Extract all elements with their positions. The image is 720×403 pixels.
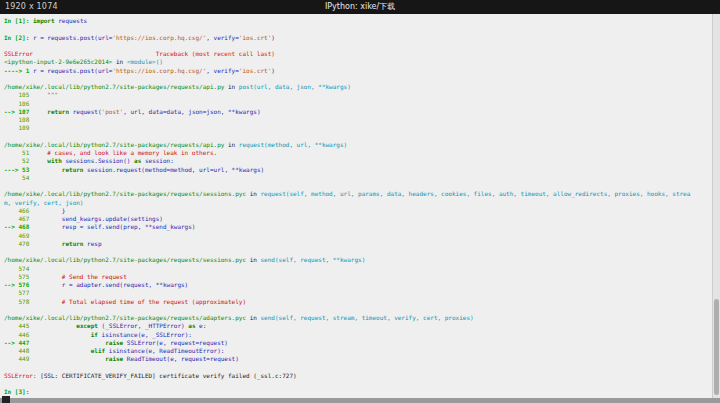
terminal-line xyxy=(4,133,720,141)
terminal-text-segment: 108 xyxy=(4,116,33,123)
terminal-line: ---> 53 return session.request(method=me… xyxy=(4,166,720,174)
scrollbar[interactable] xyxy=(712,14,720,403)
ipython-terminal[interactable]: In [1]: import requestsIn [2]: r = reque… xyxy=(0,14,720,403)
terminal-line: --> 576 r = adapter.send(request, **kwar… xyxy=(4,281,720,289)
terminal-text-segment: 54 xyxy=(4,174,33,181)
terminal-text-segment: send_kwargs.update(settings) xyxy=(33,215,163,222)
terminal-text-segment: 448 xyxy=(4,347,33,354)
terminal-text-segment: 445 xyxy=(4,322,33,329)
terminal-text-segment: /home/xike/.local/lib/python2.7/site-pac… xyxy=(4,83,224,90)
terminal-line: 470 return resp xyxy=(4,240,720,248)
terminal-text-segment: requests xyxy=(55,17,88,24)
terminal-line: --> 107 return request('post', url, data… xyxy=(4,108,720,116)
terminal-text-segment: --> 576 xyxy=(4,281,33,288)
terminal-text-segment: In [1]: xyxy=(4,17,33,24)
terminal-line: 52 with sessions.Session() as session: xyxy=(4,157,720,165)
terminal-text-segment: return xyxy=(62,240,84,247)
terminal-text-segment: request(self, method, url, params, data,… xyxy=(260,190,690,197)
terminal-text-segment xyxy=(33,347,91,354)
terminal-text-segment: isinstance(e, _SSLError): xyxy=(98,331,192,338)
terminal-text-segment: [SSL: CERTIFICATE_VERIFY_FAILED] certifi… xyxy=(37,372,297,379)
terminal-text-segment: 'post' xyxy=(102,108,124,115)
terminal-text-segment: , verify= xyxy=(206,34,239,41)
terminal-text-segment: as xyxy=(188,322,195,329)
terminal-line: 578 # Total elapsed time of the request … xyxy=(4,298,720,306)
terminal-text-segment: 'https://ios.corp.hq.csg/' xyxy=(112,34,206,41)
terminal-line: 106 xyxy=(4,100,720,108)
terminal-text-segment: ) xyxy=(271,34,275,41)
terminal-line: 51 # cases, and look like a memory leak … xyxy=(4,149,720,157)
scrollbar-thumb[interactable] xyxy=(714,299,719,395)
terminal-text-segment: --> 107 xyxy=(4,108,33,115)
terminal-text-segment: in xyxy=(224,83,238,90)
terminal-text-segment: , url, data=data, json=json, **kwargs) xyxy=(123,108,260,115)
terminal-text-segment: 109 xyxy=(4,124,33,131)
terminal-text-segment: resp = self.send(prep, **send_kwargs) xyxy=(33,223,196,230)
terminal-text-segment: ----> 1 xyxy=(4,67,33,74)
terminal-line xyxy=(4,25,720,33)
terminal-line: /home/xike/.local/lib/python2.7/site-pac… xyxy=(4,141,720,149)
terminal-line xyxy=(4,306,720,314)
window-titlebar[interactable]: 1920 x 1074 IPython: xike/下载 xyxy=(0,0,720,14)
terminal-text-segment: ) xyxy=(271,67,275,74)
terminal-text-segment: request(method, url, **kwargs) xyxy=(239,141,347,148)
terminal-text-segment: <module>() xyxy=(127,58,163,65)
terminal-text-segment: """ xyxy=(33,91,58,98)
terminal-line: /home/xike/.local/lib/python2.7/site-pac… xyxy=(4,314,720,322)
terminal-text-segment xyxy=(33,331,91,338)
terminal-line: 449 raise ReadTimeout(e, request=request… xyxy=(4,355,720,363)
terminal-text-segment xyxy=(33,166,62,173)
terminal-line: 466 } xyxy=(4,207,720,215)
terminal-line: SSLError Traceback (most recent call las… xyxy=(4,50,720,58)
terminal-text-segment: # Send the request xyxy=(33,273,127,280)
terminal-line xyxy=(4,364,720,372)
terminal-line xyxy=(4,42,720,50)
terminal-text-segment: r = requests.post(url= xyxy=(33,34,112,41)
terminal-text-segment: 574 xyxy=(4,265,33,272)
terminal-text-segment: isinstance(e, ReadTimeoutError): xyxy=(105,347,224,354)
terminal-text-segment: resp xyxy=(84,240,102,247)
terminal-text-segment: r = adapter.send(request, **kwargs) xyxy=(33,281,188,288)
terminal-line: 467 send_kwargs.update(settings) xyxy=(4,215,720,223)
terminal-text-segment: raise xyxy=(105,339,123,346)
terminal-text-segment: # Total elapsed time of the request (app… xyxy=(33,298,246,305)
terminal-line: m, verify, cert, json) xyxy=(4,199,720,207)
terminal-text-segment: return xyxy=(62,166,84,173)
terminal-text-segment: except xyxy=(76,322,98,329)
terminal-line: --> 447 raise SSLError(e, request=reques… xyxy=(4,339,720,347)
terminal-text-segment: in xyxy=(112,58,126,65)
terminal-text-segment xyxy=(33,339,105,346)
bottom-left-corner-block[interactable] xyxy=(2,396,10,403)
terminal-text-segment: /home/xike/.local/lib/python2.7/site-pac… xyxy=(4,141,224,148)
terminal-text-segment xyxy=(33,355,105,362)
terminal-text-segment: r = requests.post(url= xyxy=(33,67,112,74)
terminal-text-segment: 52 xyxy=(4,157,33,164)
terminal-text-segment xyxy=(33,322,76,329)
terminal-line: 54 xyxy=(4,174,720,182)
terminal-text-segment: 575 xyxy=(4,273,33,280)
terminal-text-segment: 'ios.crt' xyxy=(239,67,272,74)
terminal-line: --> 468 resp = self.send(prep, **send_kw… xyxy=(4,223,720,231)
terminal-text-segment: 51 xyxy=(4,149,33,156)
terminal-text-segment: 467 xyxy=(4,215,33,222)
terminal-line: <ipython-input-2-9e6e265c2014> in <modul… xyxy=(4,58,720,66)
terminal-text-segment: 105 xyxy=(4,91,33,98)
terminal-line: 574 xyxy=(4,265,720,273)
terminal-text-segment: 470 xyxy=(4,240,33,247)
terminal-text-segment: if xyxy=(91,331,98,338)
terminal-text-segment: session: xyxy=(141,157,174,164)
terminal-line: 575 # Send the request xyxy=(4,273,720,281)
terminal-text-segment: 446 xyxy=(4,331,33,338)
terminal-text-segment: import xyxy=(33,17,55,24)
terminal-text-segment: in xyxy=(246,256,260,263)
terminal-text-segment: 'ios.crt' xyxy=(239,34,272,41)
terminal-text-segment: , verify= xyxy=(206,67,239,74)
terminal-text-segment: send(self, request, stream, timeout, ver… xyxy=(260,314,473,321)
screen-resolution-label: 1920 x 1074 xyxy=(5,0,58,14)
terminal-line: In [1]: import requests xyxy=(4,17,720,25)
terminal-text-segment: SSLError: xyxy=(4,372,37,379)
terminal-text-segment: 449 xyxy=(4,355,33,362)
terminal-line xyxy=(4,380,720,388)
terminal-line: 109 xyxy=(4,124,720,132)
terminal-line: ----> 1 r = requests.post(url='https://i… xyxy=(4,67,720,75)
